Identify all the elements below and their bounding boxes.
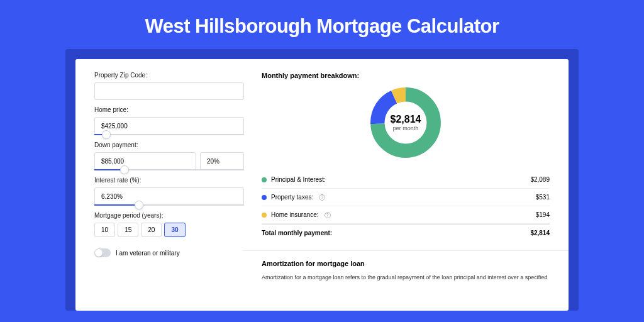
info-icon[interactable]: ? [319,194,325,201]
info-icon[interactable]: ? [325,212,331,218]
breakdown-panel: Monthly payment breakdown: $2,814 per mo… [262,72,550,311]
home-price-slider-thumb[interactable] [102,130,111,139]
down-payment-pct-input[interactable] [200,152,244,170]
amortization-text: Amortization for a mortgage loan refers … [262,274,550,282]
zip-input[interactable] [94,82,244,100]
card-shadow-wrap: Property Zip Code: Home price: Down paym… [65,49,579,311]
home-price-label: Home price: [94,106,244,113]
dot-icon [262,177,267,182]
amortization-title: Amortization for mortgage loan [262,260,550,267]
interest-label: Interest rate (%): [94,177,244,184]
total-row: Total monthly payment: $2,814 [262,224,550,242]
donut-center: $2,814 per month [391,114,421,131]
down-payment-label: Down payment: [94,142,244,148]
home-price-input[interactable] [94,117,244,135]
interest-slider[interactable] [94,204,244,206]
down-payment-slider-thumb[interactable] [120,165,129,174]
page-title: West Hillsborough Mortgage Calculator [0,0,644,49]
legend-value-principal: $2,089 [530,176,550,183]
legend-value-taxes: $531 [536,194,550,201]
down-payment-field-group: Down payment: [94,142,244,170]
donut-chart: $2,814 per month [369,86,443,160]
down-payment-slider[interactable] [94,169,244,170]
period-field-group: Mortgage period (years): 10 15 20 30 [94,212,244,237]
period-label: Mortgage period (years): [94,212,244,219]
total-label: Total monthly payment: [262,230,332,236]
veteran-toggle-row: I am veteran or military [94,248,244,257]
home-price-field-group: Home price: [94,106,244,135]
legend-row-taxes: Property taxes: ? $531 [262,189,550,206]
period-option-20[interactable]: 20 [141,223,162,237]
dot-icon [262,195,267,200]
period-option-30[interactable]: 30 [164,223,185,237]
period-segment-group: 10 15 20 30 [94,223,244,237]
period-option-10[interactable]: 10 [94,223,115,237]
calculator-card: Property Zip Code: Home price: Down paym… [75,59,569,311]
input-panel: Property Zip Code: Home price: Down paym… [94,72,244,311]
interest-slider-fill [94,204,139,206]
veteran-toggle-knob [95,249,103,257]
legend-label-insurance: Home insurance: [271,211,319,218]
interest-input[interactable] [94,187,244,205]
veteran-toggle[interactable] [94,248,111,257]
breakdown-title: Monthly payment breakdown: [262,72,550,79]
veteran-toggle-label: I am veteran or military [116,250,180,257]
home-price-slider[interactable] [94,134,244,135]
section-divider [243,250,569,251]
legend-value-insurance: $194 [536,211,550,218]
donut-total-value: $2,814 [391,114,421,125]
period-option-15[interactable]: 15 [118,223,138,237]
total-value: $2,814 [530,230,550,236]
zip-label: Property Zip Code: [94,72,244,79]
legend-row-insurance: Home insurance: ? $194 [262,206,550,224]
interest-field-group: Interest rate (%): [94,177,244,206]
donut-per-month-label: per month [391,125,421,131]
legend-label-principal: Principal & Interest: [271,176,326,183]
dot-icon [262,213,267,218]
legend-label-taxes: Property taxes: [271,194,313,201]
interest-slider-thumb[interactable] [135,201,143,209]
zip-field-group: Property Zip Code: [94,72,244,100]
down-payment-input[interactable] [94,152,196,170]
donut-chart-wrap: $2,814 per month [262,86,550,160]
legend-row-principal: Principal & Interest: $2,089 [262,171,550,189]
